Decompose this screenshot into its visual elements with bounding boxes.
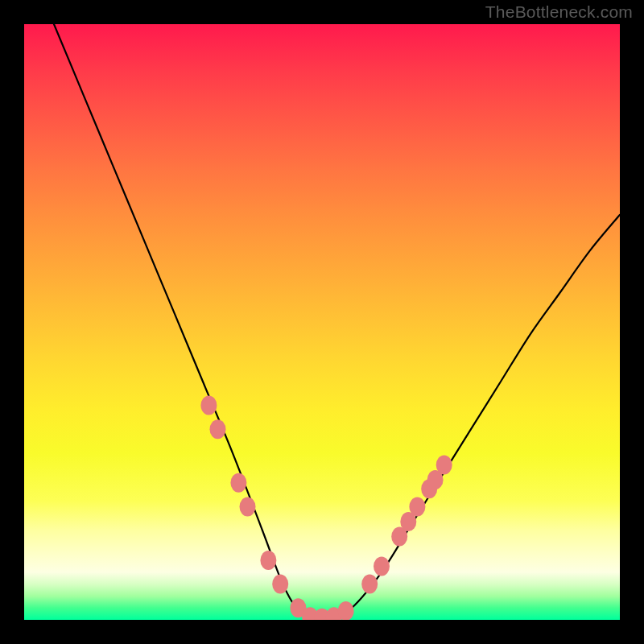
curve-marker bbox=[338, 601, 354, 620]
curve-marker bbox=[240, 497, 256, 516]
curve-marker bbox=[272, 575, 288, 594]
bottleneck-curve bbox=[54, 24, 620, 620]
watermark-text: TheBottleneck.com bbox=[485, 2, 633, 22]
chart-frame: TheBottleneck.com bbox=[0, 0, 644, 644]
curve-marker bbox=[374, 556, 390, 576]
curve-marker bbox=[361, 575, 378, 594]
curve-marker bbox=[200, 396, 217, 415]
curve-marker bbox=[409, 497, 425, 516]
curve-marker bbox=[436, 456, 452, 475]
curve-marker bbox=[230, 473, 246, 493]
curve-marker bbox=[260, 551, 276, 570]
marker-group bbox=[200, 396, 452, 620]
curve-marker bbox=[210, 419, 226, 439]
plot-area bbox=[24, 24, 620, 620]
chart-svg bbox=[24, 24, 620, 620]
